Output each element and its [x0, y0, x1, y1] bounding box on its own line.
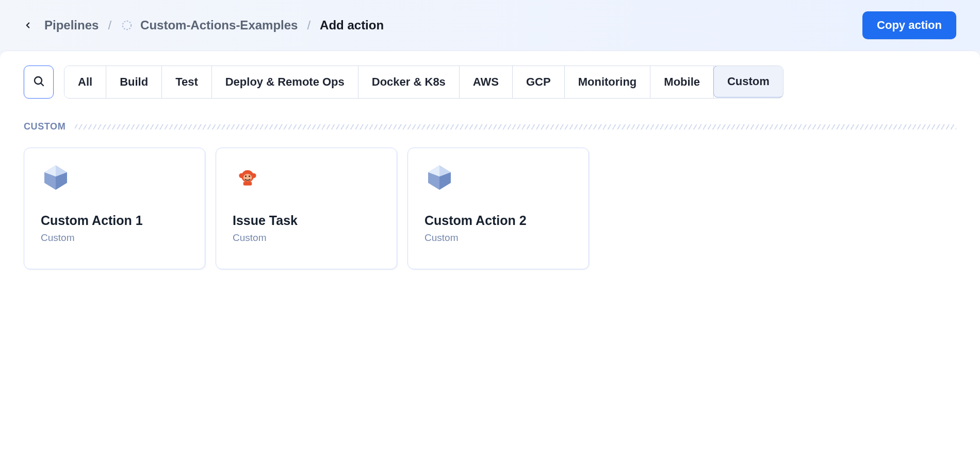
- breadcrumb-root[interactable]: Pipelines: [44, 18, 99, 33]
- action-card[interactable]: Custom Action 1 Custom: [24, 148, 205, 269]
- tab-all[interactable]: All: [64, 66, 106, 98]
- cards-grid: Custom Action 1 Custom Issue Task Custom: [24, 148, 956, 269]
- action-card[interactable]: Issue Task Custom: [216, 148, 397, 269]
- tab-deploy[interactable]: Deploy & Remote Ops: [212, 66, 358, 98]
- breadcrumb-project[interactable]: Custom-Actions-Examples: [140, 18, 298, 33]
- pipeline-icon: [121, 19, 133, 31]
- svg-point-12: [245, 175, 247, 177]
- svg-rect-14: [243, 182, 252, 185]
- tab-custom[interactable]: Custom: [713, 66, 783, 98]
- svg-point-9: [239, 173, 244, 179]
- breadcrumb: Pipelines / Custom-Actions-Examples / Ad…: [21, 18, 384, 33]
- copy-action-button[interactable]: Copy action: [862, 11, 956, 39]
- section-title: CUSTOM: [24, 121, 66, 132]
- tab-test[interactable]: Test: [162, 66, 212, 98]
- polyhedron-icon: [424, 163, 454, 192]
- tab-aws[interactable]: AWS: [460, 66, 513, 98]
- section-divider: [75, 124, 956, 130]
- tab-docker[interactable]: Docker & K8s: [358, 66, 460, 98]
- tab-mobile[interactable]: Mobile: [650, 66, 714, 98]
- card-title: Custom Action 2: [424, 213, 572, 228]
- card-title: Custom Action 1: [41, 213, 188, 228]
- back-icon[interactable]: [21, 18, 35, 33]
- main-panel: All Build Test Deploy & Remote Ops Docke…: [0, 51, 980, 452]
- svg-line-2: [41, 83, 43, 86]
- search-button[interactable]: [24, 66, 54, 99]
- action-card[interactable]: Custom Action 2 Custom: [407, 148, 589, 269]
- search-icon: [32, 75, 45, 89]
- tab-build[interactable]: Build: [106, 66, 162, 98]
- tabs-row: All Build Test Deploy & Remote Ops Docke…: [24, 66, 956, 99]
- tab-gcp[interactable]: GCP: [513, 66, 565, 98]
- section-header: CUSTOM: [24, 121, 956, 132]
- card-subtitle: Custom: [424, 232, 572, 244]
- card-title: Issue Task: [233, 213, 380, 228]
- breadcrumb-current: Add action: [320, 18, 384, 33]
- monkey-icon: [233, 163, 263, 192]
- card-subtitle: Custom: [41, 232, 188, 244]
- svg-point-0: [123, 21, 132, 30]
- breadcrumb-sep: /: [307, 18, 311, 33]
- breadcrumb-sep: /: [108, 18, 111, 33]
- header: Pipelines / Custom-Actions-Examples / Ad…: [0, 0, 980, 51]
- tab-monitoring[interactable]: Monitoring: [565, 66, 651, 98]
- svg-point-13: [249, 175, 250, 177]
- card-subtitle: Custom: [233, 232, 380, 244]
- category-tabs: All Build Test Deploy & Remote Ops Docke…: [64, 66, 783, 99]
- svg-point-10: [251, 173, 256, 179]
- polyhedron-icon: [41, 163, 71, 192]
